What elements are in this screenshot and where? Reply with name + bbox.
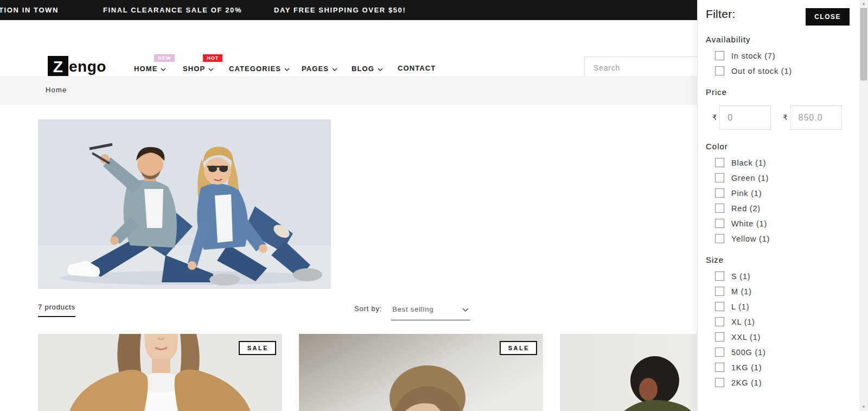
checkbox[interactable] (715, 363, 724, 372)
chevron-down-icon (161, 65, 166, 73)
price-max-input[interactable] (790, 105, 842, 130)
logo-text: engo (69, 58, 106, 75)
price-min-input[interactable] (719, 105, 771, 130)
close-button[interactable]: CLOSE (806, 8, 850, 26)
logo-mark: Z (48, 56, 68, 78)
checkbox[interactable] (715, 271, 724, 281)
filter-option-size-xxl[interactable]: XXL (1) (715, 332, 857, 342)
scrollbar[interactable]: ▲ ▼ (859, 0, 868, 411)
price-section-title: Price (706, 87, 857, 97)
sale-badge: SALE (239, 341, 276, 355)
filter-option-in-stock[interactable]: In stock (7) (715, 51, 857, 60)
checkbox[interactable] (715, 158, 724, 167)
scrollbar-thumb[interactable] (860, 8, 867, 80)
scroll-up-icon[interactable]: ▲ (859, 0, 868, 8)
logo[interactable]: Z engo (48, 56, 106, 78)
sort-select[interactable]: Best selling (391, 304, 470, 320)
checkbox[interactable] (715, 234, 724, 243)
chevron-down-icon (378, 65, 383, 73)
filter-option-size-m[interactable]: M (1) (715, 287, 857, 296)
nav-label: CONTACT (398, 64, 436, 72)
filter-option-size-2kg[interactable]: 2KG (1) (715, 378, 857, 387)
checkbox[interactable] (715, 188, 724, 198)
nav-label: BLOG (352, 65, 374, 73)
chevron-down-icon (462, 304, 469, 314)
breadcrumb-home-link[interactable]: Home (46, 86, 67, 94)
hot-badge: HOT (203, 54, 222, 62)
nav-item-categories[interactable]: CATEGORIES (229, 64, 290, 73)
filter-drawer: Filter: CLOSE Availability In stock (7) … (697, 0, 868, 411)
filter-title: Filter: (706, 8, 736, 20)
sale-badge: SALE (500, 341, 537, 355)
checkbox[interactable] (715, 173, 724, 182)
announcement-item: DAY FREE SHIPPING OVER $50! (274, 6, 406, 14)
size-section-title: Size (706, 255, 857, 264)
filter-option-pink[interactable]: Pink (1) (715, 188, 857, 198)
availability-section-title: Availability (706, 35, 857, 44)
nav-label: PAGES (302, 65, 329, 73)
sort-selected-value: Best selling (392, 305, 433, 313)
hero-couple-illustration (38, 119, 331, 289)
nav-item-blog[interactable]: BLOG (352, 64, 383, 73)
filter-option-size-xl[interactable]: XL (1) (715, 317, 857, 326)
nav-label: CATEGORIES (229, 65, 281, 73)
filter-option-red[interactable]: Red (2) (715, 204, 857, 213)
checkbox[interactable] (715, 332, 724, 342)
nav-label: SHOP (183, 65, 205, 73)
checkbox[interactable] (715, 204, 724, 213)
chevron-down-icon (284, 65, 290, 73)
filter-option-yellow[interactable]: Yellow (1) (715, 234, 857, 243)
checkbox[interactable] (715, 219, 724, 228)
filter-option-white[interactable]: White (1) (715, 219, 857, 228)
filter-option-size-500g[interactable]: 500G (1) (715, 347, 857, 357)
checkbox[interactable] (715, 302, 724, 311)
color-section-title: Color (706, 142, 857, 151)
chevron-down-icon (332, 65, 337, 73)
nav-label: HOME (134, 65, 157, 73)
announcement-item: TION IN TOWN (0, 6, 59, 14)
checkbox[interactable] (715, 378, 724, 387)
nav-item-home[interactable]: HOME NEW (134, 64, 166, 73)
checkbox[interactable] (715, 66, 724, 75)
rupee-icon: ₹ (712, 113, 717, 122)
filter-option-size-1kg[interactable]: 1KG (1) (715, 363, 857, 372)
product-card[interactable]: SALE (38, 334, 282, 411)
nav-item-pages[interactable]: PAGES (302, 64, 337, 73)
chevron-down-icon (208, 65, 214, 73)
checkbox[interactable] (715, 287, 724, 296)
filter-option-out-of-stock[interactable]: Out of stock (1) (715, 66, 857, 75)
sort-by: Sort by: Best selling (354, 304, 470, 320)
checkbox[interactable] (715, 347, 724, 357)
nav-item-contact[interactable]: CONTACT (398, 64, 436, 72)
scroll-down-icon[interactable]: ▼ (859, 403, 868, 411)
checkbox[interactable] (715, 51, 724, 60)
filter-option-black[interactable]: Black (1) (715, 158, 857, 167)
announcement-item: FINAL CLEARANCE SALE OF 20% (103, 6, 242, 14)
checkbox[interactable] (715, 317, 724, 326)
products-count: 7 products (38, 303, 75, 317)
rupee-icon: ₹ (783, 113, 787, 122)
filter-option-size-l[interactable]: L (1) (715, 302, 857, 311)
sort-by-label: Sort by: (354, 304, 382, 313)
filter-option-green[interactable]: Green (1) (715, 173, 857, 182)
new-badge: NEW (154, 54, 175, 62)
nav-item-shop[interactable]: SHOP HOT (183, 64, 214, 73)
collection-banner-image (38, 119, 331, 289)
product-card[interactable]: SALE (299, 334, 543, 411)
filter-option-size-s[interactable]: S (1) (715, 271, 857, 281)
